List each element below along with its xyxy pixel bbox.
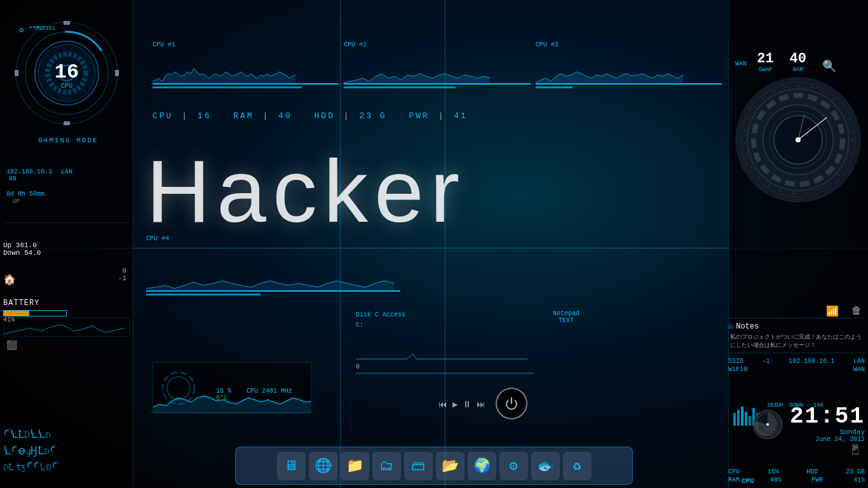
clock-time: 21:51 [790,405,865,428]
svg-marker-15 [146,281,394,292]
mini-cpu-temp: 0°C [216,395,227,402]
taskbar-icon-5[interactable]: 📂 [436,452,465,480]
cpu2-graph [344,50,530,85]
wan-label: WAN [735,60,747,67]
bs-cpu-label: CPU [728,468,740,475]
disk-c-label: Disk C Access [356,311,534,318]
taskbar-icon-1[interactable]: 🌐 [309,452,337,480]
gaming-mode-label: GAMING MODE [38,137,98,144]
cpu2-label: CPU #2 [344,41,530,48]
lan-id: 09 [9,175,17,182]
cpu4-graph [146,244,400,292]
phone-icon: 📱 [849,444,862,456]
big-gauge [735,76,862,203]
signal-icon: ▪▪▪ [29,24,40,31]
uptime-display: 0d 0h 50mm UP [6,191,44,205]
notepad-title: Notepad [553,310,580,317]
cpu1-graph-block: CPU #1 [153,41,339,102]
stats-ram-val: 40 [278,111,292,121]
left-panel-icon[interactable]: ⬛ [6,340,17,351]
notepad-sub: TEXT [553,317,580,324]
net-down-label: Down 54.0 [3,249,41,257]
cpu-value: 16 [55,62,79,83]
taskbar-icon-2[interactable]: 📁 [341,452,369,480]
notes-header: ☑ Notes [728,318,865,331]
taskbar-icon-6[interactable]: 🌍 [468,452,496,480]
cpu-graphs-area: CPU #1 CPU #2 CPU #3 [146,41,722,149]
bs-pwr-label: PWR [811,477,823,484]
battery-bar [3,310,67,316]
svg-rect-7 [64,21,70,25]
clock-date: June 24, 2012 [790,436,865,443]
bs-hdd-val: 23 GB [846,468,865,475]
notes-text: 私のプロジェクトがついに完成！あなたはこのようにしたい場合は私にメッセージ！ [728,334,865,349]
net-num-0: 0 [118,267,126,274]
trash-icon[interactable]: 🗑 [851,305,862,318]
svg-point-18 [167,377,190,400]
svg-marker-13 [344,74,490,85]
cpu-center-display: 16 CPU [55,62,79,90]
taskbar-icon-3[interactable]: 🗂 [372,452,401,480]
bs-ram-pct: 40% [770,477,782,484]
ssid-label: SSID [728,358,743,365]
stats-hdd-label: HDD [315,111,335,121]
uptime-value: 0d 0h 50mm [6,191,44,198]
svg-rect-9 [15,70,18,76]
cpu1-bar [153,86,302,88]
separator-left [3,222,130,223]
cpu1-graph [153,50,339,85]
home-icon[interactable]: 🏠 [3,273,16,286]
search-icon[interactable]: 🔍 [822,59,836,73]
wifi-icon[interactable]: 📶 [826,305,839,318]
wifi-ssid-row: SSID -1 192.168.16.1 LAN [728,358,865,365]
wifi-ip: 192.168.16.1 [789,358,834,365]
cpu3-label: CPU #3 [536,41,722,48]
settings-icon[interactable]: ⚙ [19,25,24,35]
svg-rect-30 [733,413,736,426]
taskbar: 🖥 🌐 📁 🗂 🗃 📂 🌍 ⚙ 🐟 ♻ [235,447,633,485]
clock-circle-icon [752,409,783,440]
disk-graph [356,335,534,360]
bs-cpu-pct: 15% [768,468,779,475]
cpu2-graph-block: CPU #2 [344,41,530,102]
network-stats: Up 361.0 Down 54.0 [3,241,41,257]
media-play-btn[interactable]: ▶ [452,399,458,410]
cpu3-graph-block: CPU #3 [536,41,722,102]
battery-percent: 41% [3,316,67,323]
bs-ram-label: RAM [728,477,740,484]
swap-ram-display: 21 SWAP 40 RAM 🔍 [757,51,836,73]
wifi-row: WiFi 0 WAN [728,366,865,373]
bottom-right-icons: 📶 🗑 [826,305,862,318]
notes-section: ☑ Notes 私のプロジェクトがついに完成！あなたはこのようにしたい場合は私に… [728,318,865,349]
bs-hdd-label: HDD [806,468,818,475]
taskbar-icon-8[interactable]: 🐟 [531,452,560,480]
ram-value: 40 [790,51,806,67]
taskbar-icon-9[interactable]: ♻ [563,452,592,480]
net-numbers: 0 -1 [118,267,126,282]
stats-pwr-val: 41 [454,111,468,121]
mini-cpu-freq: CPU 2401 MHz [247,388,292,395]
stats-bar: CPU | 16 RAM | 40 HDD | 23 G PWR | 41 [153,111,722,121]
taskbar-icon-7[interactable]: ⚙ [499,452,528,480]
battery-fill [4,311,29,316]
swap-label: SWAP [757,67,773,73]
taskbar-icon-4[interactable]: 🗃 [404,452,433,480]
media-prev-btn[interactable]: ⏮ [438,400,447,410]
cpu4-bar [146,294,261,295]
ram-display: 40 RAM [790,51,806,73]
wifi-wan-val: WAN [853,366,865,373]
lan-label: LAN [61,168,72,175]
power-button[interactable] [496,388,527,419]
disk-c-drive: C: [356,322,534,329]
svg-rect-10 [115,70,119,76]
taskbar-icon-0[interactable]: 🖥 [277,452,306,480]
svg-rect-31 [737,410,740,426]
stats-ram-label: RAM [233,111,254,121]
media-next-btn[interactable]: ⏭ [477,400,485,410]
net-up-label: Up 361.0 [3,241,41,249]
clock-area: 21:51 Sunday June 24, 2012 [752,405,865,443]
media-pause-btn[interactable]: ⏸ [463,400,471,410]
stats-cpu-label: CPU [153,111,173,121]
net-num-neg1: -1 [118,274,126,282]
cpu-gauge: 16 CPU 215151 ⚙ ▪▪▪ [13,19,121,127]
